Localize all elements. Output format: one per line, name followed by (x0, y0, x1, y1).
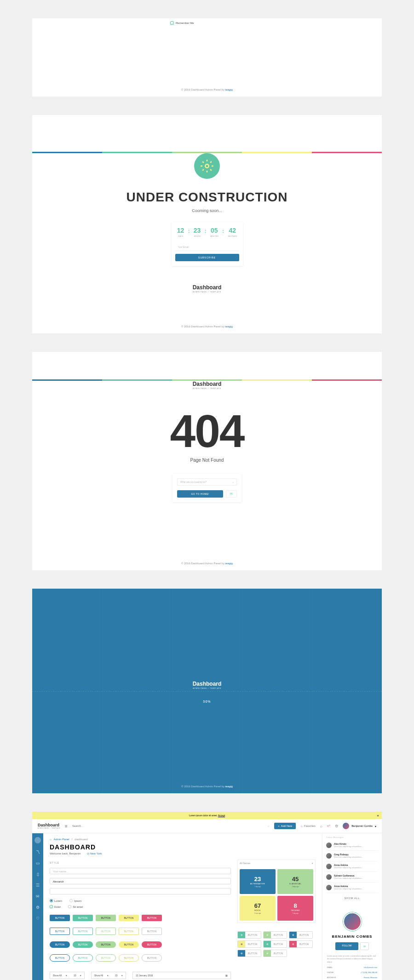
name-input-placeholder[interactable]: Your name... (50, 868, 231, 874)
sidebar-list-icon[interactable]: ☰ (36, 883, 40, 888)
search-input[interactable] (72, 825, 265, 827)
sidebar-doc-icon[interactable]: ▭ (36, 861, 40, 865)
follow-button[interactable]: FOLLOW (335, 942, 358, 950)
credit-link[interactable]: teagig (225, 562, 233, 565)
subtitle: Cooming soon... (32, 208, 382, 213)
search-input[interactable]: What are you looking for? ⌕ (177, 478, 237, 486)
profile-name: BENJAMIN COMBS (327, 934, 377, 939)
sidebar-chat-icon[interactable]: ✉ (36, 894, 40, 899)
settings-icon[interactable]: ⚙ (335, 824, 338, 828)
message-item[interactable]: Sylvain GuiheneucQuod eos adipisicing vo… (326, 872, 378, 883)
stat-classical[interactable]: 45CLASSICAL2 days ago (277, 869, 313, 894)
notifications-icon[interactable]: ≈° (327, 824, 331, 828)
button-out-blue[interactable]: BUTTON (50, 928, 70, 935)
button-r-blue[interactable]: BUTTON (50, 941, 70, 948)
message-item[interactable]: Greg RobopyQuod eos adipisicing voluptat… (326, 851, 378, 861)
icon-button-grid: ⚙BUTTON ⚙BUTTON ⚙BUTTON ⚙BUTTON ⚙BUTTON … (237, 931, 316, 957)
button-row-rounded-out: BUTTON BUTTON BUTTON BUTTON BUTTON (50, 954, 231, 962)
star-icon: ☆ (300, 825, 303, 828)
subscribe-button[interactable]: SUBSCRIBE (175, 254, 239, 261)
message-item[interactable]: Anna AnkinaQuod eos adipisicing voluptat… (326, 883, 378, 893)
show-all-button[interactable]: SHOW ALL (326, 893, 378, 903)
right-panel: Latest Messages Alex KirwicQuod eos adip… (322, 833, 382, 980)
checkbox-dolor[interactable]: ✓Dolor (50, 905, 61, 908)
sidebar-avatar[interactable] (34, 837, 41, 843)
accept-link[interactable]: Accept (218, 814, 225, 817)
email-input[interactable]: Your Email (175, 244, 239, 251)
avatar (326, 864, 332, 869)
icon-button[interactable]: ⚙BUTTON (237, 940, 261, 948)
sidebar-user-icon[interactable]: ♡ (36, 916, 40, 921)
user-menu[interactable]: Benjamin Combs ▾ (343, 823, 376, 829)
button-row-outline: BUTTON BUTTON BUTTON BUTTON BUTTON (50, 928, 231, 935)
button-pink[interactable]: BUTTON (142, 915, 162, 921)
breadcrumb-root[interactable]: Admin Panel (54, 838, 69, 841)
footer-credit: © 2016 Dashboard Admin Panel by teagig (32, 562, 382, 565)
button-out-green[interactable]: BUTTON (96, 928, 116, 935)
icon-button[interactable]: ⚙BUTTON (237, 950, 261, 957)
checkbox-sitamet[interactable]: Sit amet (68, 905, 83, 908)
name-input-filled[interactable]: Alexandr (50, 878, 231, 884)
button-r-green[interactable]: BUTTON (96, 941, 116, 948)
menu-icon[interactable]: ≡ (65, 824, 68, 829)
go-home-button[interactable]: GO TO HOME! (177, 490, 223, 498)
breadcrumb: ⌂ Admin Panel / dashboard (50, 838, 316, 841)
button-out-teal[interactable]: BUTTON (73, 928, 93, 935)
genre-select[interactable]: All Genres▾ (238, 860, 315, 867)
icon-button[interactable]: ⚙BUTTON (263, 940, 287, 948)
button-yellow[interactable]: BUTTON (119, 915, 139, 921)
contact-phone: PHONE+7 (123) 456-789-90 (327, 971, 377, 974)
icon-button[interactable]: ⚙BUTTON (263, 950, 287, 957)
button-ro-green[interactable]: BUTTON (96, 954, 116, 962)
date-picker-1[interactable]: 12 January 2016▦ (132, 972, 231, 979)
accent-bar (32, 152, 382, 153)
button-out-yellow[interactable]: BUTTON (119, 928, 139, 935)
dashboard-page: Lorem ipsum dolor sit amet. Accept × Das… (32, 812, 382, 980)
button-out-gray[interactable]: BUTTON (142, 928, 162, 935)
name-input-empty[interactable] (50, 888, 231, 894)
icon-button[interactable]: ⚙BUTTON (237, 931, 261, 939)
add-new-button[interactable]: +Add New (274, 823, 296, 829)
dropdown-showall-2[interactable]: Show All▾15▾ (91, 972, 126, 979)
button-teal[interactable]: BUTTON (73, 915, 93, 921)
icon-button[interactable]: ⚙BUTTON (289, 931, 313, 939)
error-code: 404 (32, 408, 382, 454)
stat-alternative[interactable]: 23ALTERNATIVE1 day ago (240, 869, 276, 894)
home-icon[interactable]: ⌂ (50, 838, 52, 841)
radio-ipsum[interactable]: Ipsum (69, 899, 81, 902)
dropdown-showall-1[interactable]: Show All▾10▾ (50, 972, 85, 979)
sidebar-chart-icon[interactable]: 〽 (36, 850, 40, 854)
message-button[interactable]: ✉ (360, 942, 369, 950)
message-item[interactable]: Alex KirwicQuod eos adipisicing voluptat… (326, 840, 378, 851)
mail-button[interactable]: ✉ (226, 490, 237, 498)
button-r-yellow[interactable]: BUTTON (119, 941, 139, 948)
search-icon-2[interactable]: ⌕ (320, 824, 322, 828)
button-ro-gray[interactable]: BUTTON (142, 954, 162, 962)
close-icon[interactable]: × (377, 814, 379, 818)
radio-lorem[interactable]: Lorem (50, 899, 62, 902)
button-green[interactable]: BUTTON (96, 915, 116, 921)
sidebar-gear-icon[interactable]: ⚙ (36, 905, 40, 910)
button-blue[interactable]: BUTTON (50, 915, 70, 921)
under-construction-page: UNDER CONSTRUCTION Cooming soon... 12day… (32, 115, 382, 333)
credit-link[interactable]: teagig (225, 785, 233, 788)
svg-point-0 (205, 164, 209, 168)
favorites-button[interactable]: ☆Favorites (300, 825, 316, 828)
stat-techno[interactable]: 8TECHNO7 day ago (277, 896, 313, 921)
stat-rock[interactable]: 67ROCK1 hour ago (240, 896, 276, 921)
icon-button[interactable]: ⚙BUTTON (263, 931, 287, 939)
button-r-pink[interactable]: BUTTON (142, 941, 162, 948)
icon-button[interactable]: ⚙BUTTON (289, 940, 313, 948)
footer-credit: © 2016 Dashboard Admin Panel by teagig (32, 785, 382, 788)
credit-link[interactable]: teagig (225, 325, 233, 328)
button-r-teal[interactable]: BUTTON (73, 941, 93, 948)
message-item[interactable]: Anna AnkinaQuod eos adipisicing voluptat… (326, 861, 378, 872)
button-ro-blue[interactable]: BUTTON (50, 954, 70, 962)
button-ro-teal[interactable]: BUTTON (73, 954, 93, 962)
search-icon: ⌕ (268, 825, 270, 827)
sidebar-phone-icon[interactable]: ▯ (37, 872, 39, 877)
credit-link[interactable]: teagig (225, 88, 233, 91)
button-ro-yellow[interactable]: BUTTON (119, 954, 139, 962)
topbar: Dashboard ADMIN PANEL / TEMPLATE ≡ ⌕ +Ad… (32, 819, 382, 833)
remember-me[interactable]: ✓ Remember Me (170, 21, 194, 25)
